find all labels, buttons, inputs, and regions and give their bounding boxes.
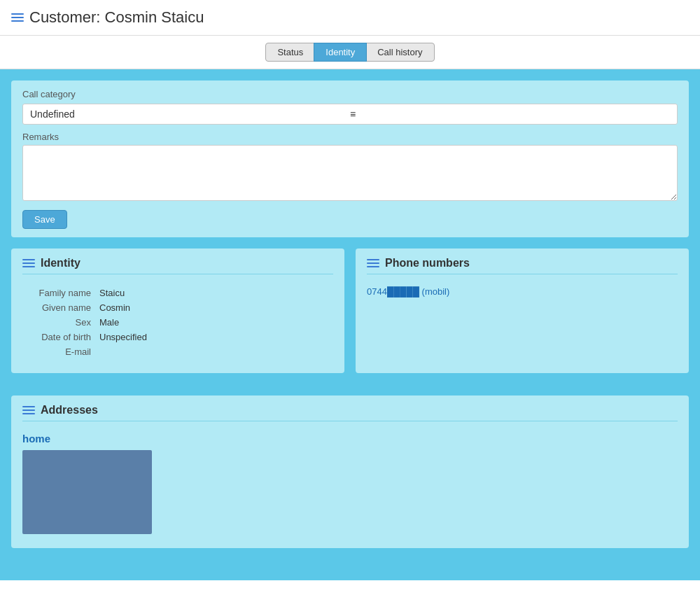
field-value-dob: Unspecified xyxy=(99,332,147,342)
header: Customer: Cosmin Staicu xyxy=(0,0,700,36)
field-label-dob: Date of birth xyxy=(22,332,99,342)
field-label-family-name: Family name xyxy=(22,288,99,298)
addresses-card: Addresses home xyxy=(11,396,689,548)
field-label-email: E-mail xyxy=(22,346,99,357)
phone-type: (mobil) xyxy=(422,286,450,297)
field-value-given-name: Cosmin xyxy=(99,302,130,313)
field-value-sex: Male xyxy=(99,317,119,328)
identity-title: Identity xyxy=(41,257,80,270)
tabs-bar: Status Identity Call history xyxy=(0,36,700,69)
remarks-textarea[interactable] xyxy=(22,145,678,201)
identity-fields: Family name Staicu Given name Cosmin Sex… xyxy=(22,280,333,365)
identity-card: Identity Family name Staicu Given name C… xyxy=(11,248,344,373)
main-content: Call category Undefined ≡ Remarks Save I… xyxy=(0,69,700,580)
phone-section-header: Phone numbers xyxy=(367,257,678,274)
phone-list: 0744█████ (mobil) xyxy=(367,280,678,302)
address-home: home xyxy=(22,427,678,540)
field-label-sex: Sex xyxy=(22,317,99,328)
call-category-label: Call category xyxy=(22,89,678,99)
call-category-card: Call category Undefined ≡ Remarks Save xyxy=(11,80,689,237)
field-value-family-name: Staicu xyxy=(99,288,125,298)
save-button[interactable]: Save xyxy=(22,210,67,229)
menu-icon[interactable] xyxy=(11,12,24,23)
field-row-sex: Sex Male xyxy=(22,315,333,330)
field-row-email: E-mail xyxy=(22,344,333,359)
call-category-select[interactable]: Undefined ≡ xyxy=(22,104,678,125)
identity-phone-row: Identity Family name Staicu Given name C… xyxy=(11,248,689,384)
tab-call-history[interactable]: Call history xyxy=(365,43,434,62)
field-label-given-name: Given name xyxy=(22,302,99,313)
tab-identity[interactable]: Identity xyxy=(314,43,367,62)
call-category-value: Undefined xyxy=(30,108,350,120)
select-icon: ≡ xyxy=(350,108,670,120)
field-row-family-name: Family name Staicu xyxy=(22,286,333,300)
field-row-given-name: Given name Cosmin xyxy=(22,300,333,315)
identity-icon xyxy=(22,258,35,269)
addresses-icon xyxy=(22,405,35,416)
field-row-dob: Date of birth Unspecified xyxy=(22,330,333,344)
phone-number-link[interactable]: 0744█████ (mobil) xyxy=(367,286,449,297)
page-title: Customer: Cosmin Staicu xyxy=(29,8,204,27)
tab-status[interactable]: Status xyxy=(265,43,315,62)
remarks-label: Remarks xyxy=(22,132,678,142)
map-placeholder xyxy=(22,450,152,534)
identity-section-header: Identity xyxy=(22,257,333,274)
phone-numbers-card: Phone numbers 0744█████ (mobil) xyxy=(356,248,689,373)
address-home-label: home xyxy=(22,433,678,444)
addresses-title: Addresses xyxy=(41,404,98,416)
addresses-section-header: Addresses xyxy=(22,404,678,421)
phone-title: Phone numbers xyxy=(385,257,470,270)
phone-number: 0744█████ xyxy=(367,286,419,297)
phone-icon xyxy=(367,258,379,269)
